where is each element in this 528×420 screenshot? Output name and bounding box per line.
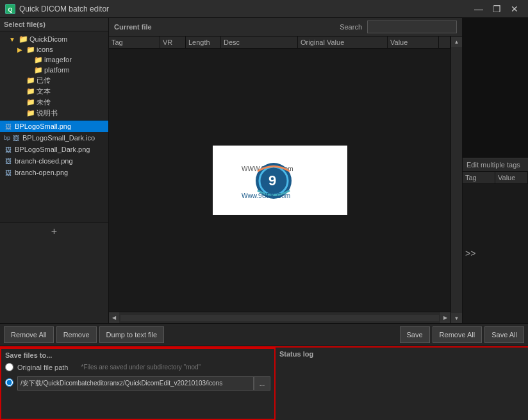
table-container: Tag VR Length Desc Original Value Value: [109, 37, 450, 323]
scroll-right-button[interactable]: ▶: [440, 312, 450, 323]
bottom-area: Save files to... Original file path *Fil…: [0, 346, 528, 420]
left-panel: Select file(s) ▼ 📁 QuickDicom ▶ 📁 icons …: [0, 18, 109, 323]
close-button[interactable]: ✕: [506, 3, 523, 15]
file-label-0: BPLogoSmall.png: [15, 122, 71, 130]
top-area: Select file(s) ▼ 📁 QuickDicom ▶ 📁 icons …: [0, 18, 528, 323]
main-layout: Select file(s) ▼ 📁 QuickDicom ▶ 📁 icons …: [0, 18, 528, 420]
folder-icon-wc: 📁: [26, 98, 35, 106]
dump-to-text-button[interactable]: Dump to text file: [99, 326, 165, 343]
button-spacer: [167, 326, 397, 343]
file-icon-0: 🖼: [4, 122, 13, 131]
browse-button[interactable]: ...: [254, 376, 270, 391]
to-text-label: to text: [127, 331, 146, 339]
file-icon-4: 🖼: [4, 168, 13, 177]
scroll-down-button[interactable]: ▼: [451, 313, 462, 323]
tree-item-weichuan[interactable]: 📁 未传: [0, 97, 108, 108]
v-scrollbar-track[interactable]: [451, 47, 462, 313]
tree-label-yc: 已传: [37, 76, 51, 85]
col-desc: Desc: [221, 37, 298, 48]
save-path-input[interactable]: [17, 376, 254, 391]
spacer-icon2: [23, 65, 32, 74]
file-icon-2: 🖼: [4, 145, 13, 154]
watermark-logo: WWW.9UPK.Com 9 Www.9UPK.Com: [238, 158, 322, 200]
col-vr: VR: [160, 37, 186, 48]
edit-multiple-body: >>: [463, 184, 528, 324]
expand-icon: ▶: [15, 45, 24, 54]
save-all-button[interactable]: Save All: [484, 326, 524, 343]
minimize-button[interactable]: —: [470, 3, 487, 15]
tree-item-shuomingshu[interactable]: 📁 说明书: [0, 108, 108, 119]
current-file-header: Current file Search: [109, 18, 462, 37]
file-list-item-2[interactable]: 🖼 BPLogoSmall_Dark.png: [0, 144, 108, 155]
col-length: Length: [186, 37, 221, 48]
scroll-left-button[interactable]: ◀: [109, 312, 119, 323]
folder-icon: 📁: [19, 35, 28, 44]
folder-icon-yc: 📁: [26, 76, 35, 85]
col-value: Value: [388, 37, 439, 48]
save-option-radio-1[interactable]: [5, 378, 13, 387]
status-panel: Status log: [276, 348, 528, 420]
tree-item-platform[interactable]: 📁 platform: [0, 65, 108, 75]
folder-icon-imagefor: 📁: [34, 56, 43, 64]
tree-item-imagefor[interactable]: 📁 imagefor: [0, 55, 108, 65]
file-icon-3: 🖼: [4, 156, 13, 165]
tree-item-yichuan[interactable]: 📁 已传: [0, 75, 108, 86]
save-option-label-0: Original file path: [17, 364, 69, 371]
file-label-2: BPLogoSmall_Dark.png: [15, 146, 90, 153]
file-list-item-1[interactable]: bp 🖼 BPLogoSmall_Dark.ico: [0, 132, 108, 144]
h-scrollbar-track[interactable]: [120, 315, 439, 321]
edit-multiple-table-header: Tag Value: [463, 172, 528, 184]
status-panel-header: Status log: [279, 350, 524, 358]
middle-panel: Current file Search Tag VR Length Desc O…: [109, 18, 463, 323]
maximize-button[interactable]: ❐: [488, 3, 505, 15]
app-title: Quick DICOM batch editor: [19, 4, 470, 13]
add-file-button[interactable]: +: [47, 225, 62, 238]
remove-all-button-right[interactable]: Remove All: [433, 326, 483, 343]
tree-label-wb: 文本: [37, 87, 51, 96]
app-icon: Q: [5, 4, 15, 14]
file-label-3: branch-closed.png: [15, 157, 73, 165]
file-list-item-3[interactable]: 🖼 branch-closed.png: [0, 155, 108, 167]
search-input[interactable]: [367, 21, 457, 33]
tree-label-platform: platform: [44, 66, 70, 74]
svg-text:Q: Q: [8, 6, 12, 13]
file-icon-1: 🖼: [12, 133, 21, 142]
tree-item-wenben[interactable]: 📁 文本: [0, 86, 108, 97]
file-label-suffix: file: [146, 331, 157, 339]
left-panel-empty: [0, 240, 108, 323]
file-tree[interactable]: ▼ 📁 QuickDicom ▶ 📁 icons 📁 imagefor 📁: [0, 31, 108, 120]
chevron-button[interactable]: >>: [465, 248, 475, 258]
file-list-item-4[interactable]: 🖼 branch-open.png: [0, 167, 108, 178]
col-original-value: Original Value: [298, 37, 388, 48]
save-path-row: ...: [17, 376, 270, 391]
add-button-row: +: [0, 223, 108, 240]
remove-button[interactable]: Remove: [56, 326, 97, 343]
table-body[interactable]: WWW.9UPK.Com 9 Www.9UPK.Com: [109, 49, 450, 312]
folder-icon-wb: 📁: [26, 87, 35, 96]
tree-label-sms: 说明书: [37, 108, 58, 118]
remove-all-button-left[interactable]: Remove All: [4, 326, 54, 343]
file-list-item-0[interactable]: 🖼 BPLogoSmall.png: [0, 121, 108, 132]
save-option-radio-0[interactable]: [5, 363, 13, 371]
save-panel: Save files to... Original file path *Fil…: [0, 348, 276, 420]
scroll-up-button[interactable]: ▲: [451, 37, 462, 47]
action-buttons-row: Remove All Remove Dump to text file Save…: [0, 323, 528, 346]
spacer-icon3: [15, 76, 24, 85]
file-label-4: branch-open.png: [15, 169, 68, 176]
em-col-value: Value: [495, 172, 528, 183]
collapse-icon: ▼: [8, 35, 17, 44]
tree-item-quickdicom[interactable]: ▼ 📁 QuickDicom: [0, 34, 108, 44]
file-prefix-1: bp: [4, 135, 10, 141]
file-list-section: 🖼 BPLogoSmall.png bp 🖼 BPLogoSmall_Dark.…: [0, 120, 108, 223]
dump-label: Dump: [106, 331, 127, 339]
col-tag: Tag: [109, 37, 160, 48]
em-col-tag: Tag: [463, 172, 495, 183]
save-button[interactable]: Save: [400, 326, 430, 343]
right-panel: Edit multiple tags Tag Value >>: [463, 18, 528, 323]
table-area: Tag VR Length Desc Original Value Value: [109, 37, 462, 323]
right-top-preview: [463, 18, 528, 158]
save-option-1: ...: [5, 374, 270, 391]
tree-item-icons[interactable]: ▶ 📁 icons: [0, 44, 108, 55]
save-note-0: *Files are saved under subdirectory "mod…: [81, 364, 201, 371]
svg-text:Www.9UPK.Com: Www.9UPK.Com: [242, 192, 290, 199]
